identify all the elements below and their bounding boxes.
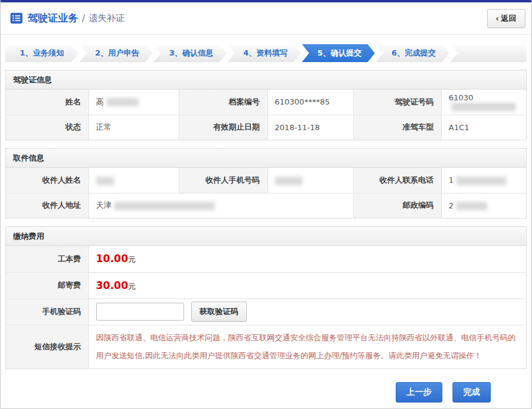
fees-table: 工本费 10.00元 邮寄费 30.00元 手机验证码 获取验证码 短信接收提示 <box>6 246 526 368</box>
sms-notice-text: 因陕西省联通、电信运营商技术问题，陕西省互联网交通安全综合服务管理平台无法向持陕… <box>88 325 526 368</box>
page: 驾驶证业务 / 遗失补证 ‹返回 1、业务须知 2、用户申告 3、确认信息 4、… <box>0 0 532 409</box>
previous-step-button[interactable]: 上一步 <box>396 382 442 402</box>
vehicle-class-label: 准驾车型 <box>353 115 441 140</box>
table-row: 工本费 10.00元 <box>6 246 526 272</box>
mailing-fee-label: 邮寄费 <box>6 272 88 299</box>
license-number-value: 61030 <box>441 90 526 115</box>
mailing-fee-unit: 元 <box>128 282 136 291</box>
table-row: 状态 正常 有效期止日期 2018-11-18 准驾车型 A1C1 <box>6 115 526 140</box>
production-fee-label: 工本费 <box>6 246 88 272</box>
breadcrumb-current: 遗失补证 <box>88 13 124 24</box>
step-tab-6[interactable]: 6、完成提交 <box>376 44 449 62</box>
recipient-phone-label: 收件人联系电话 <box>353 168 441 193</box>
section-title-license: 驾驶证信息 <box>6 70 526 90</box>
get-sms-code-button[interactable]: 获取验证码 <box>191 302 247 322</box>
name-value: 高 <box>88 90 179 115</box>
recipient-address-value: 天津 <box>88 193 353 218</box>
step-tab-1[interactable]: 1、业务须知 <box>5 44 78 62</box>
redacted-value <box>456 202 487 210</box>
recipient-mobile-value <box>267 168 353 193</box>
recipient-name-label: 收件人姓名 <box>6 168 88 193</box>
file-number-label: 档案编号 <box>179 90 267 115</box>
page-title: 驾驶证业务 <box>27 11 78 25</box>
table-row: 短信接收提示 因陕西省联通、电信运营商技术问题，陕西省互联网交通安全综合服务管理… <box>6 325 526 368</box>
redacted-value <box>451 103 516 111</box>
production-fee-value: 10.00元 <box>88 246 526 272</box>
postal-code-label: 邮政编码 <box>353 193 441 218</box>
table-row: 邮寄费 30.00元 <box>6 272 526 299</box>
mailing-fee-value: 30.00元 <box>88 272 526 299</box>
section-title-fees: 缴纳费用 <box>6 227 526 246</box>
license-number-label: 驾驶证号码 <box>353 90 441 115</box>
section-pickup-info: 取件信息 收件人姓名 收件人手机号码 收件人联系电话 1 收件人地址 天津 邮政… <box>5 148 527 219</box>
section-fees: 缴纳费用 工本费 10.00元 邮寄费 30.00元 手机验证码 获取验证码 <box>5 226 527 369</box>
list-icon <box>10 13 23 24</box>
step-tab-4[interactable]: 4、资料填写 <box>228 44 301 62</box>
back-label: 返回 <box>501 14 516 23</box>
recipient-mobile-label: 收件人手机号码 <box>179 168 267 193</box>
table-row: 收件人地址 天津 邮政编码 2 <box>6 193 526 218</box>
redacted-value <box>275 177 302 185</box>
step-tab-5-active[interactable]: 5、确认提交 <box>302 44 375 62</box>
redacted-value <box>96 177 114 185</box>
header: 驾驶证业务 / 遗失补证 ‹返回 <box>1 2 531 35</box>
redacted-value <box>106 98 139 106</box>
back-chevron-icon: ‹ <box>496 14 499 23</box>
production-fee-amount: 10.00 <box>96 253 129 265</box>
pickup-table: 收件人姓名 收件人手机号码 收件人联系电话 1 收件人地址 天津 邮政编码 2 <box>6 168 526 218</box>
sms-code-cell: 获取验证码 <box>88 299 526 325</box>
redacted-value <box>456 177 506 185</box>
sms-notice-label: 短信接收提示 <box>6 325 88 368</box>
sms-code-label: 手机验证码 <box>6 299 88 325</box>
name-label: 姓名 <box>6 90 88 115</box>
breadcrumb-separator: / <box>82 13 85 24</box>
table-row: 收件人姓名 收件人手机号码 收件人联系电话 1 <box>6 168 526 193</box>
footer-actions: 上一步 完成 <box>5 382 527 402</box>
step-tab-3[interactable]: 3、确认信息 <box>154 44 227 62</box>
recipient-name-value <box>88 168 179 193</box>
section-license-info: 驾驶证信息 姓名 高 档案编号 610300****85 驾驶证号码 61030… <box>5 70 527 140</box>
status-label: 状态 <box>6 115 88 140</box>
table-row: 手机验证码 获取验证码 <box>6 299 526 325</box>
section-title-pickup: 取件信息 <box>6 149 526 168</box>
status-value: 正常 <box>88 115 179 140</box>
production-fee-unit: 元 <box>128 255 136 264</box>
table-row: 姓名 高 档案编号 610300****85 驾驶证号码 61030 <box>6 90 526 115</box>
step-tabs-filler <box>450 44 527 62</box>
expiry-value: 2018-11-18 <box>267 115 353 140</box>
back-button[interactable]: ‹返回 <box>487 9 525 28</box>
recipient-phone-value: 1 <box>441 168 526 193</box>
expiry-label: 有效期止日期 <box>179 115 267 140</box>
step-tabs: 1、业务须知 2、用户申告 3、确认信息 4、资料填写 5、确认提交 6、完成提… <box>5 44 527 62</box>
mailing-fee-amount: 30.00 <box>96 279 129 291</box>
sms-code-input[interactable] <box>96 303 184 321</box>
finish-button[interactable]: 完成 <box>452 382 491 402</box>
content: 1、业务须知 2、用户申告 3、确认信息 4、资料填写 5、确认提交 6、完成提… <box>1 44 531 402</box>
license-table: 姓名 高 档案编号 610300****85 驾驶证号码 61030 状态 正常… <box>6 90 526 140</box>
step-tab-2[interactable]: 2、用户申告 <box>80 44 152 62</box>
redacted-value <box>114 202 215 210</box>
vehicle-class-value: A1C1 <box>441 115 526 140</box>
file-number-value: 610300****85 <box>267 90 353 115</box>
postal-code-value: 2 <box>441 193 526 218</box>
recipient-address-label: 收件人地址 <box>6 193 88 218</box>
